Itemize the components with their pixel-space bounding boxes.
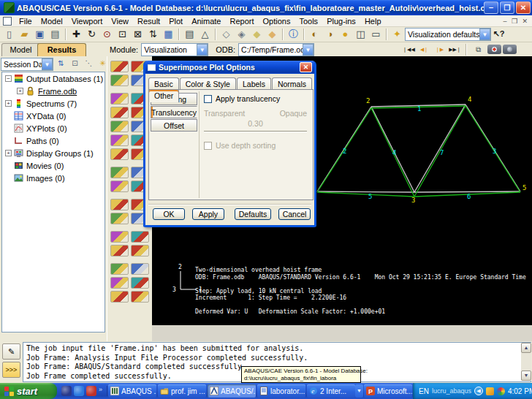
previous-frame-button[interactable]: ◀❘ [417,44,431,56]
contour-spectrum-alt-icon[interactable]: ◑ [322,28,338,41]
tree-item[interactable]: XYData (0) [2,110,104,122]
menu-report[interactable]: Report [225,15,258,27]
menu-model[interactable]: Model [37,15,67,27]
probe-values-icon[interactable]: △ [197,28,213,41]
task-group-chevron-icon[interactable]: ▼ [355,384,363,398]
internet-explorer-quick-icon[interactable] [74,386,84,396]
taskbar-task[interactable]: laborator... [257,384,305,398]
apply-translucency-row[interactable]: Apply translucency [204,94,307,103]
overlay-plot-icon[interactable]: ⧉ [471,43,486,56]
magnify-view-icon[interactable]: ⊙ [99,28,115,41]
display-group-manager-icon[interactable] [110,277,129,289]
frame-selector-icon[interactable] [110,61,129,72]
viewport-annotation-icon[interactable]: ⓘ [286,28,301,41]
snapshot-camera-icon[interactable] [503,45,517,54]
render-wireframe-icon[interactable]: ◇ [218,28,234,41]
display-group-options-icon[interactable] [131,277,149,289]
create-xy-data-icon[interactable] [110,213,129,224]
command-line-icon[interactable]: >>> [2,362,20,378]
scroll-down-icon[interactable]: ▼ [521,370,531,381]
menu-animate[interactable]: Animate [187,15,225,27]
dialog-close-icon[interactable]: ✕ [300,62,312,72]
animate-time-history-icon[interactable] [110,167,129,178]
tree-item[interactable]: − Output Databases (1) [2,72,104,85]
mdi-document-icon[interactable] [3,17,12,26]
translucency-slider[interactable] [204,131,307,132]
menu-plot[interactable]: Plot [164,15,187,27]
apply-translucency-checkbox[interactable] [204,95,212,103]
plot-undeformed-icon[interactable] [110,93,129,104]
filter-tree-icon[interactable]: ⋱ [83,58,94,69]
apply-button[interactable]: Apply [192,208,224,220]
tree-expander-icon[interactable]: + [17,88,23,94]
cycle-views-icon[interactable]: ⇅ [145,28,161,41]
tray-icon-2[interactable] [497,387,505,395]
plot-contours-icon[interactable] [110,107,129,118]
context-help-icon[interactable]: ↖? [491,28,506,41]
tree-expander-icon[interactable]: − [5,75,12,82]
pan-view-icon[interactable]: ✚ [69,28,84,41]
superimpose-plot-icon[interactable] [110,148,129,160]
module-combobox[interactable]: Visualization ▼ [141,43,208,56]
render-filled-icon[interactable]: ◆ [265,28,280,41]
spin-up-down-icon[interactable]: ⇅ [56,58,66,69]
first-frame-button[interactable]: ❘◀◀ [402,44,416,56]
cancel-button[interactable]: Cancel [278,208,311,220]
chevron-down-icon[interactable]: ▼ [303,44,314,56]
taskbar-task[interactable]: e 2 Inter... [307,384,355,398]
restore-button[interactable]: ❐ [500,1,514,14]
start-button[interactable]: start [0,383,57,399]
chevron-down-icon[interactable]: ▼ [42,58,53,70]
contour-spectrum-icon[interactable]: ◐ [307,28,322,41]
rotate-view-icon[interactable]: ↻ [84,28,99,41]
language-indicator[interactable]: EN [419,387,429,395]
save-icon[interactable]: ▣ [32,28,48,41]
viewport-layout-icon[interactable]: ◫ [353,28,368,41]
record-animation-icon[interactable] [487,45,501,54]
query-information-icon[interactable] [110,199,129,210]
screen-options-icon[interactable]: ▭ [368,28,384,41]
menu-result[interactable]: Result [133,15,164,27]
tray-icon-1[interactable] [486,387,494,395]
print-icon[interactable]: ▤ [48,28,63,41]
quick-launch-overflow-icon[interactable]: » [99,386,102,393]
create-path-icon[interactable] [110,263,129,275]
box-zoom-icon[interactable]: ⊡ [115,28,130,41]
render-shaded-icon[interactable]: ◆ [249,28,265,41]
animate-scale-factor-icon[interactable] [110,180,129,192]
render-hidden-line-icon[interactable]: ◈ [234,28,249,41]
tree-item[interactable]: + Spectrums (7) [2,97,104,110]
spectrum-manager-icon[interactable] [110,75,129,86]
message-scrollbar[interactable]: ▲ ▼ [521,343,531,381]
defaults-combobox[interactable]: Visualization defaults ▼ [405,28,491,41]
menu-tools[interactable]: Tools [294,15,322,27]
dialog-title-bar[interactable]: Superimpose Plot Options ✕ [145,61,314,74]
tree-item[interactable]: + Frame.odb [2,85,104,97]
dialog-side-tab-offset[interactable]: Offset [151,119,197,132]
tree-item[interactable]: + Display Groups (1) [2,147,104,159]
chevron-down-icon[interactable]: ▼ [479,28,490,40]
taskbar-task[interactable]: ABAQUS ... [108,384,156,398]
new-file-icon[interactable]: ▯ [1,28,17,41]
open-file-icon[interactable]: ▰ [17,28,32,41]
menu-options[interactable]: Options [259,15,295,27]
minimize-button[interactable]: ‒ [484,1,498,14]
use-depth-sorting-checkbox[interactable] [204,142,212,150]
menu-help[interactable]: Help [360,15,386,27]
menu-file[interactable]: File [15,15,37,27]
path-manager-icon[interactable] [131,263,149,275]
tab-model[interactable]: Model [1,43,40,56]
last-frame-button[interactable]: ▶▶❘ [448,44,462,56]
dialog-tab-labels[interactable]: Labels [237,77,271,90]
dialog-side-tab-translucency[interactable]: Translucency [151,106,197,118]
tree-expander-icon[interactable]: + [5,100,12,107]
taskbar-task[interactable]: P Microsoft... [364,384,412,398]
collapse-all-icon[interactable]: ⊡ [69,58,80,69]
mdi-window-controls[interactable]: ‒ ❒ ✕ [503,18,532,25]
view-cut-options-icon[interactable] [131,245,149,256]
tree-item[interactable]: Movies (0) [2,159,104,172]
xy-plot-options-icon[interactable] [110,231,129,243]
dialog-tab-basic[interactable]: Basic [148,77,179,90]
xy-curve-options-icon[interactable] [131,231,149,243]
tree-item[interactable]: XYPlots (0) [2,122,104,134]
